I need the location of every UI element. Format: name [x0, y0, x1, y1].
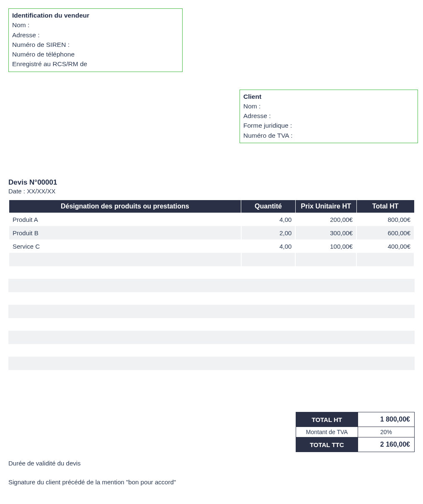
empty-row — [8, 357, 415, 370]
cell-description — [9, 253, 241, 266]
cell-unit-price: 100,00€ — [295, 239, 356, 253]
total-ttc-row: TOTAL TTC 2 160,00€ — [296, 437, 415, 452]
client-vat-label: Numéro de TVA : — [243, 131, 414, 140]
cell-quantity — [241, 253, 296, 266]
cell-total: 600,00€ — [356, 226, 414, 239]
empty-row — [8, 331, 415, 344]
client-name-label: Nom : — [243, 101, 414, 111]
empty-row — [8, 305, 415, 318]
items-header-row: Désignation des produits ou prestations … — [9, 200, 414, 213]
vat-value: 20% — [358, 427, 415, 437]
client-legal-form-label: Forme juridique : — [243, 121, 414, 130]
vendor-name-label: Nom : — [12, 20, 179, 30]
vat-label: Montant de TVA — [296, 427, 358, 437]
col-quantity: Quantité — [241, 200, 296, 213]
vendor-rcs-label: Enregistré au RCS/RM de — [12, 59, 179, 69]
table-row: Service C 4,00 100,00€ 400,00€ — [9, 239, 414, 253]
client-address-label: Adresse : — [243, 111, 414, 121]
cell-unit-price — [295, 253, 356, 266]
quote-date: Date : XX/XX/XX — [8, 188, 415, 195]
cell-description: Service C — [9, 239, 241, 253]
total-ttc-value: 2 160,00€ — [358, 437, 415, 452]
vat-row: Montant de TVA 20% — [296, 427, 415, 437]
vendor-address-label: Adresse : — [12, 30, 179, 40]
total-ht-row: TOTAL HT 1 800,00€ — [296, 412, 415, 427]
table-row: Produit A 4,00 200,00€ 800,00€ — [9, 213, 414, 226]
cell-description: Produit B — [9, 226, 241, 239]
cell-total — [356, 253, 414, 266]
table-row — [9, 253, 414, 266]
cell-total: 400,00€ — [356, 239, 414, 253]
totals-table: TOTAL HT 1 800,00€ Montant de TVA 20% TO… — [296, 412, 415, 452]
total-ht-value: 1 800,00€ — [358, 412, 415, 427]
cell-quantity: 4,00 — [241, 213, 296, 226]
col-total: Total HT — [356, 200, 414, 213]
vendor-siren-label: Numéro de SIREN : — [12, 40, 179, 49]
client-box: Client Nom : Adresse : Forme juridique :… — [240, 90, 418, 143]
empty-row — [8, 279, 415, 292]
vendor-phone-label: Numéro de téléphone — [12, 49, 179, 59]
total-ttc-label: TOTAL TTC — [296, 437, 358, 452]
items-table: Désignation des produits ou prestations … — [8, 200, 415, 267]
validity-text: Durée de validité du devis — [8, 460, 415, 467]
col-unit-price: Prix Unitaire HT — [295, 200, 356, 213]
empty-rows-area — [8, 279, 415, 370]
cell-unit-price: 300,00€ — [295, 226, 356, 239]
client-title: Client — [243, 92, 414, 101]
quote-number: Devis N°00001 — [8, 178, 415, 187]
table-row: Produit B 2,00 300,00€ 600,00€ — [9, 226, 414, 239]
signature-text: Signature du client précédé de la mentio… — [8, 478, 415, 486]
cell-description: Produit A — [9, 213, 241, 226]
total-ht-label: TOTAL HT — [296, 412, 358, 427]
vendor-box: Identification du vendeur Nom : Adresse … — [8, 8, 183, 72]
cell-unit-price: 200,00€ — [295, 213, 356, 226]
cell-quantity: 2,00 — [241, 226, 296, 239]
cell-total: 800,00€ — [356, 213, 414, 226]
vendor-title: Identification du vendeur — [12, 10, 179, 20]
col-description: Désignation des produits ou prestations — [9, 200, 241, 213]
quote-header: Devis N°00001 Date : XX/XX/XX — [8, 178, 415, 195]
cell-quantity: 4,00 — [241, 239, 296, 253]
